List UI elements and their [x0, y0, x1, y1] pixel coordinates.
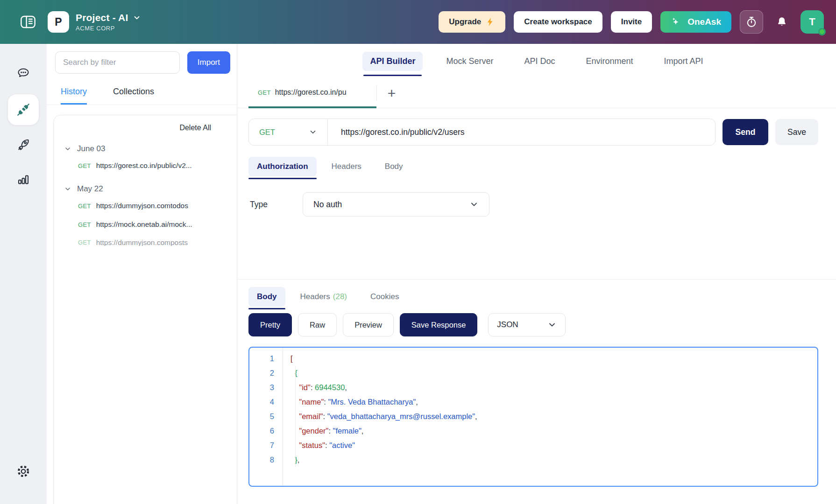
send-button[interactable]: Send — [723, 119, 768, 145]
invite-button[interactable]: Invite — [611, 11, 652, 33]
history-item[interactable]: GET https://dummyjson.composts — [54, 234, 237, 246]
request-url: https://dummyjson.composts — [96, 238, 188, 246]
delete-all-button[interactable]: Delete All — [179, 124, 211, 132]
timer-button[interactable] — [740, 10, 763, 34]
auth-type-label: Type — [250, 200, 303, 210]
tab-api-doc[interactable]: API Doc — [517, 52, 562, 71]
tab-req-headers[interactable]: Headers — [323, 157, 370, 176]
auth-type-dropdown[interactable]: No auth — [303, 192, 489, 217]
tab-resp-headers[interactable]: Headers(28) — [292, 287, 356, 307]
history-panel: Import History Collections Delete All Ju… — [47, 44, 237, 504]
format-value: JSON — [497, 320, 518, 329]
method-badge: GET — [78, 221, 91, 228]
analytics-nav-button[interactable] — [10, 166, 36, 192]
oneask-button[interactable]: OneAsk — [660, 11, 731, 33]
request-tab[interactable]: GET https://gorest.co.in/pu — [248, 78, 376, 108]
response-tabs: Body Headers(28) Cookies — [237, 280, 836, 307]
invite-label: Invite — [621, 17, 642, 27]
history-group: May 22 GET https://dummyjson.comtodos GE… — [54, 182, 237, 246]
project-name: Project - AI — [76, 12, 128, 23]
chevron-down-icon — [64, 185, 71, 193]
sidebar-toggle-icon[interactable] — [19, 13, 37, 31]
search-input[interactable] — [55, 51, 180, 74]
tab-api-builder[interactable]: API Builder — [362, 52, 423, 71]
tab-resp-body[interactable]: Body — [248, 287, 285, 307]
resp-headers-label: Headers — [300, 292, 330, 301]
api-builder-nav-button[interactable] — [8, 94, 39, 125]
json-code: [ { "id": 6944530, "name": "Mrs. Veda Bh… — [283, 348, 817, 486]
request-tab-url: https://gorest.co.in/pu — [275, 88, 347, 97]
request-url: https://dummyjson.comtodos — [96, 202, 188, 210]
api-client-app: P Project - AI ACME CORP Upgrade Creat — [0, 0, 836, 504]
indent-guide — [295, 366, 296, 467]
bell-icon — [776, 16, 788, 28]
stopwatch-icon — [745, 15, 758, 28]
auth-type-row: Type No auth — [237, 176, 836, 217]
chevron-down-icon — [547, 320, 557, 329]
request-config-tabs: Authorization Headers Body — [237, 146, 836, 176]
format-dropdown[interactable]: JSON — [488, 313, 566, 336]
tab-environment[interactable]: Environment — [578, 52, 640, 71]
method-badge: GET — [78, 239, 91, 246]
avatar-initial: T — [809, 16, 815, 28]
chevron-down-icon — [469, 200, 479, 209]
headers-count-badge: (28) — [333, 292, 347, 301]
oneask-label: OneAsk — [687, 17, 721, 27]
response-body-editor[interactable]: 1 2 3 4 5 6 7 8 [ { "id": 6944530, "name… — [248, 347, 818, 487]
auth-type-value: No auth — [313, 200, 342, 210]
code-line: }, — [290, 453, 817, 467]
chat-bubble-icon — [16, 66, 30, 79]
code-line: "status": "active" — [290, 438, 817, 453]
gear-icon — [16, 464, 30, 478]
chevron-down-icon — [309, 128, 317, 136]
pretty-button[interactable]: Pretty — [248, 313, 292, 336]
tab-resp-cookies[interactable]: Cookies — [362, 287, 407, 307]
history-item[interactable]: GET https://gorest.co.in/public/v2... — [54, 156, 237, 175]
plug-icon — [15, 102, 31, 118]
user-avatar[interactable]: T — [801, 10, 824, 34]
history-list-card: Delete All June 03 GET https://gorest.co… — [53, 115, 237, 504]
preview-button[interactable]: Preview — [343, 313, 394, 336]
settings-nav-button[interactable] — [10, 458, 36, 484]
status-dot — [818, 28, 826, 35]
tab-history[interactable]: History — [61, 87, 87, 105]
history-group: June 03 GET https://gorest.co.in/public/… — [54, 141, 237, 175]
method-badge: GET — [78, 203, 91, 210]
import-button[interactable]: Import — [187, 51, 230, 74]
code-line: [ — [290, 351, 817, 366]
tab-authorization[interactable]: Authorization — [248, 157, 317, 176]
create-workspace-label: Create workspace — [524, 17, 592, 27]
chat-nav-button[interactable] — [10, 60, 36, 86]
method-dropdown[interactable]: GET — [249, 128, 327, 137]
module-tabs: API Builder Mock Server API Doc Environm… — [237, 44, 836, 78]
notifications-button[interactable] — [772, 12, 792, 32]
tab-mock-server[interactable]: Mock Server — [439, 52, 501, 71]
add-request-tab-button[interactable]: + — [377, 78, 407, 108]
icon-rail — [0, 44, 47, 504]
rocket-nav-button[interactable] — [10, 132, 36, 158]
history-group-header[interactable]: June 03 — [54, 141, 237, 156]
create-workspace-button[interactable]: Create workspace — [514, 11, 602, 33]
code-line: "gender": "female", — [290, 424, 817, 438]
main-area: API Builder Mock Server API Doc Environm… — [237, 44, 836, 504]
chevron-down-icon — [64, 145, 71, 153]
tab-req-body[interactable]: Body — [376, 157, 411, 176]
url-input[interactable] — [328, 127, 715, 137]
tab-import-api[interactable]: Import API — [657, 52, 711, 71]
group-label: June 03 — [77, 144, 106, 154]
code-line: "id": 6944530, — [290, 380, 817, 395]
upgrade-button[interactable]: Upgrade — [439, 11, 505, 33]
raw-button[interactable]: Raw — [298, 313, 337, 336]
save-response-button[interactable]: Save Response — [400, 313, 478, 336]
rocket-icon — [16, 138, 30, 152]
history-item[interactable]: GET https://mock.onetab.ai/mock... — [54, 215, 237, 234]
history-item[interactable]: GET https://dummyjson.comtodos — [54, 196, 237, 215]
save-button[interactable]: Save — [775, 119, 818, 145]
lightning-icon — [486, 17, 495, 27]
tab-collections[interactable]: Collections — [113, 87, 154, 105]
chevron-down-icon — [133, 14, 141, 22]
project-selector[interactable]: P Project - AI ACME CORP — [48, 11, 141, 33]
request-url: https://mock.onetab.ai/mock... — [96, 220, 192, 229]
history-group-header[interactable]: May 22 — [54, 182, 237, 196]
url-bar: GET — [248, 119, 716, 146]
